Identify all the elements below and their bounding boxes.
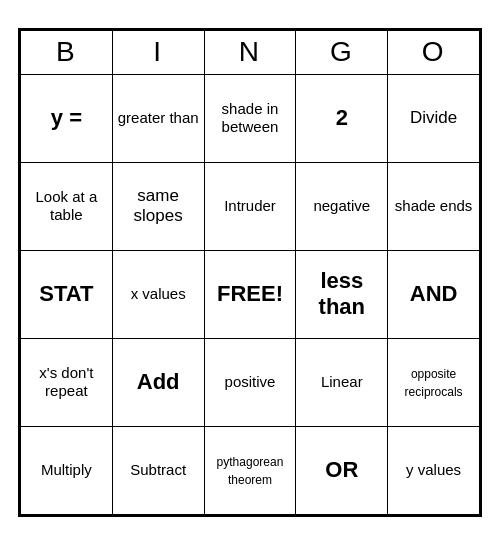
bingo-row-4: MultiplySubtractpythagorean theoremORy v…	[21, 426, 480, 514]
bingo-cell-2-2: FREE!	[204, 250, 296, 338]
bingo-cell-3-0: x's don't repeat	[21, 338, 113, 426]
cell-text-4-1: Subtract	[130, 461, 186, 478]
header-col-o: O	[388, 30, 480, 74]
bingo-cell-4-0: Multiply	[21, 426, 113, 514]
cell-text-4-3: OR	[325, 457, 358, 482]
bingo-cell-3-2: positive	[204, 338, 296, 426]
cell-text-1-4: shade ends	[395, 197, 473, 214]
bingo-cell-1-3: negative	[296, 162, 388, 250]
bingo-cell-0-0: y =	[21, 74, 113, 162]
bingo-card: BINGO y =greater thanshade in between2Di…	[18, 28, 482, 517]
cell-text-4-2: pythagorean theorem	[217, 455, 284, 487]
bingo-table: BINGO y =greater thanshade in between2Di…	[20, 30, 480, 515]
cell-text-0-4: Divide	[410, 108, 457, 127]
bingo-cell-3-1: Add	[112, 338, 204, 426]
cell-text-2-3: less than	[319, 268, 365, 319]
bingo-cell-0-1: greater than	[112, 74, 204, 162]
bingo-cell-1-0: Look at a table	[21, 162, 113, 250]
cell-text-2-0: STAT	[39, 281, 93, 306]
cell-text-2-2: FREE!	[217, 281, 283, 306]
bingo-cell-0-2: shade in between	[204, 74, 296, 162]
cell-text-3-1: Add	[137, 369, 180, 394]
header-row: BINGO	[21, 30, 480, 74]
cell-text-0-2: shade in between	[222, 100, 279, 135]
bingo-cell-1-1: same slopes	[112, 162, 204, 250]
cell-text-1-0: Look at a table	[36, 188, 98, 223]
cell-text-3-0: x's don't repeat	[39, 364, 93, 399]
bingo-cell-1-4: shade ends	[388, 162, 480, 250]
bingo-cell-4-2: pythagorean theorem	[204, 426, 296, 514]
bingo-cell-0-4: Divide	[388, 74, 480, 162]
cell-text-0-1: greater than	[118, 109, 199, 126]
bingo-cell-2-0: STAT	[21, 250, 113, 338]
header-col-b: B	[21, 30, 113, 74]
bingo-row-3: x's don't repeatAddpositiveLinearopposit…	[21, 338, 480, 426]
bingo-cell-2-3: less than	[296, 250, 388, 338]
bingo-row-2: STATx valuesFREE!less thanAND	[21, 250, 480, 338]
cell-text-2-4: AND	[410, 281, 458, 306]
bingo-cell-0-3: 2	[296, 74, 388, 162]
cell-text-0-0: y =	[51, 105, 82, 130]
cell-text-3-2: positive	[225, 373, 276, 390]
cell-text-1-1: same slopes	[134, 186, 183, 225]
header-col-g: G	[296, 30, 388, 74]
cell-text-2-1: x values	[131, 285, 186, 302]
cell-text-1-3: negative	[313, 197, 370, 214]
cell-text-4-4: y values	[406, 461, 461, 478]
bingo-cell-2-4: AND	[388, 250, 480, 338]
bingo-row-0: y =greater thanshade in between2Divide	[21, 74, 480, 162]
cell-text-4-0: Multiply	[41, 461, 92, 478]
bingo-cell-3-3: Linear	[296, 338, 388, 426]
bingo-cell-4-3: OR	[296, 426, 388, 514]
cell-text-3-3: Linear	[321, 373, 363, 390]
bingo-cell-1-2: Intruder	[204, 162, 296, 250]
header-col-i: I	[112, 30, 204, 74]
cell-text-1-2: Intruder	[224, 197, 276, 214]
bingo-cell-4-1: Subtract	[112, 426, 204, 514]
bingo-cell-2-1: x values	[112, 250, 204, 338]
header-col-n: N	[204, 30, 296, 74]
bingo-cell-3-4: opposite reciprocals	[388, 338, 480, 426]
bingo-row-1: Look at a tablesame slopesIntrudernegati…	[21, 162, 480, 250]
cell-text-0-3: 2	[336, 105, 348, 130]
bingo-cell-4-4: y values	[388, 426, 480, 514]
cell-text-3-4: opposite reciprocals	[405, 367, 463, 399]
